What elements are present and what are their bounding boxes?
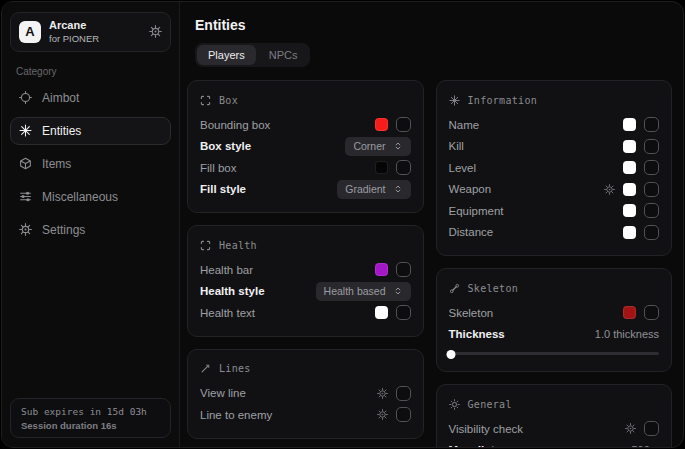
setting-row: Health style Health based [200, 281, 411, 303]
color-swatch[interactable] [375, 161, 388, 174]
gear-icon[interactable] [625, 423, 636, 434]
setting-label: Box style [200, 140, 251, 152]
information-card: Information Name Kill [436, 80, 673, 256]
thickness-slider[interactable] [449, 348, 660, 359]
setting-row: Health text [200, 302, 411, 324]
color-swatch[interactable] [623, 226, 636, 239]
sidebar-item-aimbot[interactable]: Aimbot [10, 84, 171, 112]
card-title: Lines [219, 363, 251, 374]
sidebar-item-label: Entities [42, 124, 81, 138]
sidebar-item-entities[interactable]: Entities [10, 117, 171, 145]
checkbox[interactable] [644, 305, 659, 320]
brand-card: A Arcane for PIONER [10, 12, 171, 52]
sidebar-item-settings[interactable]: Settings [10, 216, 171, 244]
checkbox[interactable] [644, 182, 659, 197]
setting-label: Health bar [200, 264, 253, 276]
setting-label: Fill box [200, 162, 236, 174]
setting-label: Kill [449, 140, 464, 152]
slider-value: 1.0 thickness [595, 328, 659, 340]
setting-label: Weapon [449, 183, 492, 195]
cube-icon [19, 157, 32, 170]
card-title: Health [219, 240, 257, 251]
setting-label: Name [449, 119, 480, 131]
checkbox[interactable] [396, 407, 411, 422]
color-swatch[interactable] [623, 306, 636, 319]
checkbox[interactable] [644, 225, 659, 240]
color-swatch[interactable] [623, 204, 636, 217]
setting-row: Fill box [200, 157, 411, 179]
checkbox[interactable] [396, 160, 411, 175]
color-swatch[interactable] [623, 140, 636, 153]
color-swatch[interactable] [623, 161, 636, 174]
brand-subtitle: for PIONER [49, 33, 99, 45]
sidebar-item-label: Settings [42, 223, 85, 237]
setting-row: Max distance 500m [449, 440, 660, 449]
sidebar-item-items[interactable]: Items [10, 150, 171, 178]
card-title: General [468, 399, 512, 410]
gear-icon[interactable] [604, 184, 615, 195]
checkbox[interactable] [644, 139, 659, 154]
box-style-dropdown[interactable]: Corner [345, 137, 410, 156]
gear-icon[interactable] [377, 388, 388, 399]
slider-thumb[interactable] [446, 350, 455, 359]
setting-row: Bounding box [200, 114, 411, 136]
setting-row: Name [449, 114, 660, 136]
main-content: Entities Players NPCs Box Bounding box [180, 2, 683, 447]
setting-row: Weapon [449, 179, 660, 201]
setting-row: Line to enemy [200, 404, 411, 426]
sidebar-nav: Aimbot Entities Items Miscellaneous Sett… [10, 84, 171, 244]
gear-icon [19, 223, 32, 236]
setting-label: Level [449, 162, 477, 174]
card-title: Information [468, 95, 538, 106]
checkbox[interactable] [644, 421, 659, 436]
color-swatch[interactable] [375, 118, 388, 131]
sidebar-item-miscellaneous[interactable]: Miscellaneous [10, 183, 171, 211]
setting-label: Line to enemy [200, 409, 272, 421]
dropdown-value: Gradient [345, 183, 385, 195]
setting-row: Skeleton [449, 302, 660, 324]
session-duration-text: Session duration 16s [21, 420, 160, 431]
setting-row: Level [449, 157, 660, 179]
setting-label: Visibility check [449, 423, 524, 435]
setting-label: Health style [200, 285, 265, 297]
health-style-dropdown[interactable]: Health based [316, 282, 411, 301]
setting-row: Distance [449, 222, 660, 244]
setting-label: Skeleton [449, 307, 494, 319]
health-icon [200, 240, 211, 251]
checkbox[interactable] [644, 117, 659, 132]
brand-settings-icon[interactable] [149, 25, 162, 38]
color-swatch[interactable] [623, 183, 636, 196]
checkbox[interactable] [396, 262, 411, 277]
sun-icon [449, 399, 460, 410]
unfold-icon [393, 286, 403, 296]
setting-row: Kill [449, 136, 660, 158]
setting-row: View line [200, 383, 411, 405]
gear-icon[interactable] [377, 409, 388, 420]
subscription-card: Sub expires in 15d 03h Session duration … [10, 398, 171, 438]
fill-style-dropdown[interactable]: Gradient [337, 180, 410, 199]
checkbox[interactable] [396, 386, 411, 401]
setting-row: Visibility check [449, 418, 660, 440]
setting-row: Equipment [449, 200, 660, 222]
slider-value: 500m [631, 444, 659, 448]
color-swatch[interactable] [623, 118, 636, 131]
setting-label: Fill style [200, 183, 246, 195]
checkbox[interactable] [644, 160, 659, 175]
card-title: Box [219, 95, 238, 106]
setting-label: Thickness [449, 328, 505, 340]
box-card: Box Bounding box Box style Corner [187, 80, 424, 213]
setting-label: Max distance [449, 444, 521, 448]
tab-players[interactable]: Players [197, 45, 256, 65]
brand-name: Arcane [49, 19, 99, 33]
crosshair-icon [19, 91, 32, 104]
checkbox[interactable] [644, 203, 659, 218]
tab-npcs[interactable]: NPCs [258, 45, 309, 65]
setting-label: Distance [449, 226, 494, 238]
checkbox[interactable] [396, 117, 411, 132]
sliders-icon [19, 190, 32, 203]
card-title: Skeleton [468, 283, 519, 294]
checkbox[interactable] [396, 305, 411, 320]
color-swatch[interactable] [375, 263, 388, 276]
setting-row: Box style Corner [200, 136, 411, 158]
color-swatch[interactable] [375, 306, 388, 319]
